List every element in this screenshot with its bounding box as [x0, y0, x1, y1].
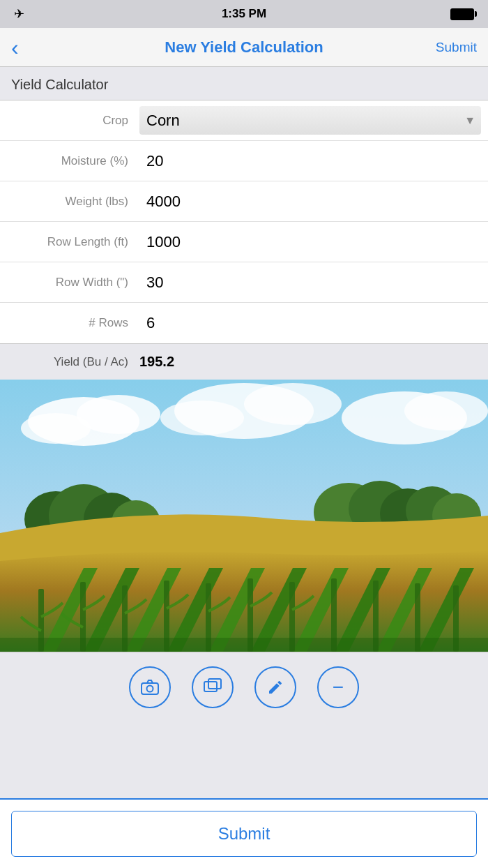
crop-select[interactable]: Corn Soybeans Wheat [139, 106, 481, 135]
camera-icon [141, 680, 159, 695]
row-length-row: Row Length (ft) [0, 222, 488, 262]
crop-select-wrapper[interactable]: Corn Soybeans Wheat ▼ [139, 102, 488, 139]
moisture-input[interactable] [139, 147, 488, 176]
gallery-button[interactable] [192, 666, 234, 708]
nav-title: New Yield Calculation [165, 38, 323, 57]
num-rows-input[interactable] [139, 308, 488, 338]
camera-button[interactable] [129, 666, 171, 708]
yield-label: Yield (Bu / Ac) [0, 355, 139, 369]
svg-point-3 [21, 413, 91, 444]
moisture-row: Moisture (%) [0, 141, 488, 181]
svg-rect-33 [208, 679, 221, 689]
cornfield-svg [0, 380, 488, 652]
svg-rect-32 [204, 682, 217, 691]
crop-label: Crop [0, 114, 139, 128]
row-length-label: Row Length (ft) [0, 235, 139, 249]
form-container: Crop Corn Soybeans Wheat ▼ Moisture (%) … [0, 100, 488, 344]
gallery-icon [204, 678, 222, 696]
svg-point-8 [404, 391, 488, 431]
svg-rect-30 [142, 683, 158, 694]
row-length-input[interactable] [139, 227, 488, 257]
row-width-row: Row Width (") [0, 262, 488, 303]
action-row: − [0, 652, 488, 722]
submit-button[interactable]: Submit [11, 811, 477, 857]
submit-bar: Submit [0, 798, 488, 868]
svg-point-5 [244, 383, 342, 425]
yield-row: Yield (Bu / Ac) 195.2 [0, 344, 488, 380]
svg-rect-29 [0, 638, 488, 652]
num-rows-row: # Rows [0, 303, 488, 343]
field-image [0, 380, 488, 652]
section-header: Yield Calculator [0, 67, 488, 100]
minus-icon: − [333, 678, 344, 697]
num-rows-label: # Rows [0, 316, 139, 330]
svg-point-31 [147, 686, 153, 692]
nav-submit-button[interactable]: Submit [436, 40, 477, 55]
crop-row: Crop Corn Soybeans Wheat ▼ [0, 100, 488, 141]
yield-value: 195.2 [139, 354, 174, 370]
edit-button[interactable] [254, 666, 296, 708]
row-width-input[interactable] [139, 268, 488, 297]
svg-point-6 [160, 401, 244, 435]
status-time: 1:35 PM [222, 7, 266, 21]
status-bar: ✈ 1:35 PM [0, 0, 488, 28]
nav-bar: ‹ New Yield Calculation Submit [0, 28, 488, 67]
weight-label: Weight (lbs) [0, 195, 139, 209]
weight-input[interactable] [139, 187, 488, 216]
pencil-icon [267, 679, 284, 696]
airplane-icon: ✈ [14, 6, 24, 22]
weight-row: Weight (lbs) [0, 181, 488, 222]
row-width-label: Row Width (") [0, 276, 139, 290]
remove-button[interactable]: − [317, 666, 359, 708]
back-button[interactable]: ‹ [11, 33, 24, 61]
battery-icon [450, 8, 474, 20]
moisture-label: Moisture (%) [0, 154, 139, 168]
